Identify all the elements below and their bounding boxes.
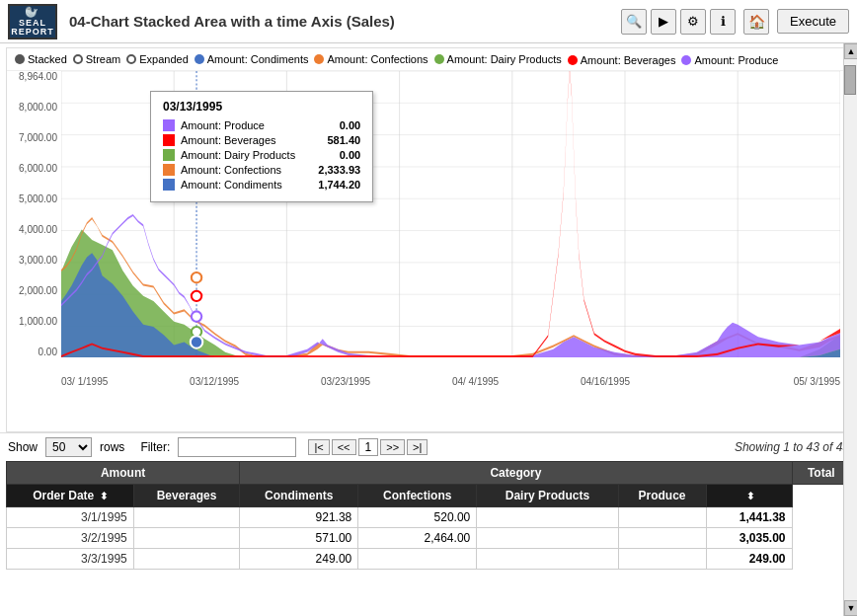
produce-cell xyxy=(618,528,706,549)
first-page-button[interactable]: |< xyxy=(308,439,329,455)
y-label-7: 2,000.00 xyxy=(7,285,57,296)
category-header: Category xyxy=(240,462,792,485)
chart-tooltip: 03/13/1995 Amount: Produce 0.00 Amount: … xyxy=(150,91,373,202)
y-label-4: 5,000.00 xyxy=(7,193,57,204)
condiments-cell: 571.00 xyxy=(240,528,358,549)
legend-dairy[interactable]: Amount: Dairy Products xyxy=(434,53,562,65)
legend-expanded[interactable]: Expanded xyxy=(126,53,189,65)
table-row: 3/1/1995 921.38 520.00 1,441.38 xyxy=(7,507,851,528)
order-date-header[interactable]: Order Date ⬍ xyxy=(7,485,134,507)
legend-beverages[interactable]: Amount: Beverages xyxy=(568,54,676,66)
tooltip-color-dairy xyxy=(163,149,175,161)
filter-label: Filter: xyxy=(140,440,170,454)
tooltip-color-condiments xyxy=(163,179,175,191)
chart-legend: Stacked Stream Expanded Amount: Condimen… xyxy=(7,48,850,71)
tooltip-label-produce: Amount: Produce xyxy=(181,119,295,131)
dairy-cell xyxy=(477,549,618,570)
tooltip-value-dairy: 0.00 xyxy=(301,149,360,161)
showing-text: Showing 1 to 43 of 43 xyxy=(735,440,849,454)
y-label-0: 8,964.00 xyxy=(7,71,57,82)
y-label-9: 0.00 xyxy=(7,346,57,357)
last-page-button[interactable]: >| xyxy=(407,439,428,455)
dairy-cell xyxy=(477,528,618,549)
scroll-thumb[interactable] xyxy=(844,65,856,95)
legend-confections[interactable]: Amount: Confections xyxy=(314,53,428,65)
scroll-down-button[interactable]: ▼ xyxy=(844,600,857,616)
x-label-3: 04/ 4/1995 xyxy=(452,376,499,387)
prev-page-button[interactable]: << xyxy=(332,439,356,455)
data-point-condiments xyxy=(191,336,202,347)
toolbar-icons: 🔍 ▶ ⚙ ℹ 🏠 Execute xyxy=(621,9,849,35)
total-cell: 1,441.38 xyxy=(706,507,792,528)
page-title: 04-Chart Stacked Area with a time Axis (… xyxy=(69,13,621,30)
total-sort-header[interactable]: ⬍ xyxy=(706,485,792,507)
table-row: 3/2/1995 571.00 2,464.00 3,035.00 xyxy=(7,528,851,549)
tooltip-row-condiments: Amount: Condiments 1,744.20 xyxy=(163,179,360,191)
produce-cell xyxy=(618,549,706,570)
x-label-4: 04/16/1995 xyxy=(581,376,630,387)
confections-cell xyxy=(358,549,477,570)
tooltip-color-confections xyxy=(163,164,175,176)
date-cell: 3/3/1995 xyxy=(7,549,134,570)
scroll-up-button[interactable]: ▲ xyxy=(844,43,857,59)
scrollbar[interactable]: ▲ ▼ xyxy=(843,43,857,616)
y-label-3: 6,000.00 xyxy=(7,163,57,174)
tooltip-row-beverages: Amount: Beverages 581.40 xyxy=(163,134,360,146)
legend-stream[interactable]: Stream xyxy=(73,53,120,65)
current-page: 1 xyxy=(358,438,379,456)
home-button[interactable]: 🏠 xyxy=(743,9,769,35)
tooltip-value-confections: 2,333.93 xyxy=(301,164,360,176)
data-point-beverages xyxy=(192,291,201,301)
sort-icon: ⬍ xyxy=(100,491,108,501)
tooltip-label-beverages: Amount: Beverages xyxy=(181,134,295,146)
y-label-2: 7,000.00 xyxy=(7,132,57,143)
chart-container: Stacked Stream Expanded Amount: Condimen… xyxy=(6,47,851,432)
rows-select[interactable]: 50 25 100 xyxy=(45,437,92,457)
total-sort-icon: ⬍ xyxy=(746,491,754,501)
data-table: Amount Category Total Order Date ⬍ Bever… xyxy=(6,461,851,570)
scroll-track[interactable] xyxy=(844,59,857,600)
amount-header: Amount xyxy=(7,462,240,485)
filter-input[interactable] xyxy=(178,437,296,457)
total-header: Total xyxy=(792,462,850,485)
tooltip-value-beverages: 581.40 xyxy=(301,134,360,146)
tooltip-label-condiments: Amount: Condiments xyxy=(181,179,295,191)
tooltip-row-produce: Amount: Produce 0.00 xyxy=(163,119,360,131)
gear-button[interactable]: ⚙ xyxy=(680,9,706,35)
play-button[interactable]: ▶ xyxy=(651,9,676,35)
tooltip-label-confections: Amount: Confections xyxy=(181,164,295,176)
condiments-cell: 921.38 xyxy=(240,507,358,528)
tooltip-color-beverages xyxy=(163,134,175,146)
y-label-5: 4,000.00 xyxy=(7,224,57,235)
data-point-produce xyxy=(192,311,201,321)
legend-condiments[interactable]: Amount: Condiments xyxy=(195,53,309,65)
produce-header: Produce xyxy=(618,485,706,507)
chart-svg[interactable]: 8,964.00 8,000.00 7,000.00 6,000.00 5,00… xyxy=(7,71,850,387)
x-label-0: 03/ 1/1995 xyxy=(61,376,108,387)
tooltip-label-dairy: Amount: Dairy Products xyxy=(181,149,295,161)
condiments-cell: 249.00 xyxy=(240,549,358,570)
table-row: 3/3/1995 249.00 249.00 xyxy=(7,549,851,570)
next-page-button[interactable]: >> xyxy=(380,439,405,455)
pagination: |< << 1 >> >| xyxy=(308,438,428,456)
rows-text: rows xyxy=(100,440,124,454)
logo: 🦭 SEAL REPORT xyxy=(8,4,57,39)
legend-stacked[interactable]: Stacked xyxy=(15,53,67,65)
total-cell: 249.00 xyxy=(706,549,792,570)
dairy-cell xyxy=(477,507,618,528)
tooltip-date: 03/13/1995 xyxy=(163,100,360,114)
tooltip-value-produce: 0.00 xyxy=(301,119,360,131)
beverages-cell xyxy=(133,528,239,549)
execute-button[interactable]: Execute xyxy=(777,9,849,34)
search-button[interactable]: 🔍 xyxy=(621,9,647,35)
x-label-6: 05/ 3/1995 xyxy=(794,376,840,387)
tooltip-value-condiments: 1,744.20 xyxy=(301,179,360,191)
data-point-confections xyxy=(192,272,201,282)
tooltip-color-produce xyxy=(163,119,175,131)
header: 🦭 SEAL REPORT 04-Chart Stacked Area with… xyxy=(0,0,857,43)
legend-produce[interactable]: Amount: Produce xyxy=(681,54,778,66)
info-button[interactable]: ℹ xyxy=(710,9,736,35)
dairy-header: Dairy Products xyxy=(477,485,618,507)
confections-cell: 2,464.00 xyxy=(358,528,477,549)
x-label-1: 03/12/1995 xyxy=(190,376,239,387)
